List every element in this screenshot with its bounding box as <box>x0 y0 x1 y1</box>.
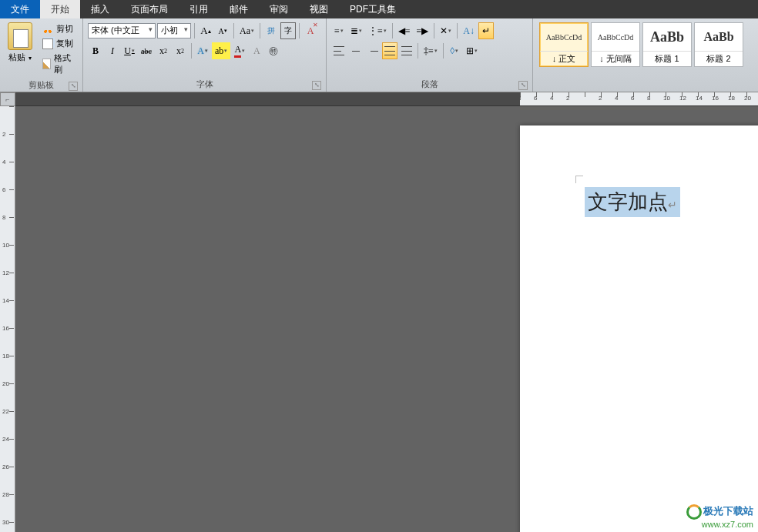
shrink-font-button[interactable]: A▾ <box>215 22 230 39</box>
font-color-button[interactable]: A▾ <box>232 42 247 59</box>
italic-button[interactable]: I <box>105 42 120 59</box>
style-card-0[interactable]: AaBbCcDd↓ 正文 <box>539 22 589 67</box>
char-shading-button[interactable]: A <box>249 42 264 59</box>
menu-mail[interactable]: 邮件 <box>219 0 259 18</box>
enclosed-char-button[interactable]: ㊕ <box>266 42 281 59</box>
group-font: 宋体 (中文正 小初 A▴ A▾ Aa▾ 拼 字 A✕ B I U▾ <box>83 18 327 92</box>
cut-button[interactable]: 剪切 <box>40 22 76 35</box>
margin-corner-icon <box>575 176 583 183</box>
clear-format-button[interactable]: A✕ <box>303 22 318 39</box>
group-styles: AaBbCcDd↓ 正文AaBbCcDd↓ 无间隔AaBb标题 1AaBb标题 … <box>533 18 758 92</box>
group-clipboard: 粘贴 ▾ 剪切 复制 格式刷 剪贴板⤡ <box>0 18 83 92</box>
style-label: 标题 1 <box>643 51 691 66</box>
paragraph-launcher[interactable]: ⤡ <box>518 81 528 90</box>
workspace: 24681012141618202224262830 文字加点↵ <box>0 106 758 532</box>
borders-button[interactable]: ⊞▾ <box>464 42 480 59</box>
menubar: 文件 开始 插入 页面布局 引用 邮件 审阅 视图 PDF工具集 <box>0 0 758 18</box>
group-font-label: 字体⤡ <box>86 77 323 92</box>
numbering-button[interactable]: ≣▾ <box>348 22 364 39</box>
highlight-button[interactable]: ab▾ <box>212 42 230 59</box>
align-right-button[interactable] <box>365 42 381 59</box>
text-effects-button[interactable]: A▾ <box>195 42 210 59</box>
copy-icon <box>42 38 53 49</box>
menu-file[interactable]: 文件 <box>0 0 40 18</box>
subscript-button[interactable]: x2 <box>156 42 171 59</box>
font-launcher[interactable]: ⤡ <box>312 81 321 90</box>
menu-references[interactable]: 引用 <box>179 0 219 18</box>
indent-decrease-button[interactable]: ◀≡ <box>396 22 413 39</box>
paste-label[interactable]: 粘贴 ▾ <box>8 52 31 63</box>
menu-pdf[interactable]: PDF工具集 <box>339 0 407 18</box>
page[interactable]: 文字加点↵ <box>520 125 758 532</box>
ruler-vertical[interactable]: 24681012141618202224262830 <box>0 106 15 532</box>
menu-view[interactable]: 视图 <box>299 0 339 18</box>
pinyin-guide-button[interactable]: 拼 <box>263 22 279 39</box>
group-paragraph-label: 段落⤡ <box>330 77 529 92</box>
style-label: ↓ 正文 <box>540 51 588 66</box>
style-card-1[interactable]: AaBbCcDd↓ 无间隔 <box>591 22 640 67</box>
strike-button[interactable]: abc <box>139 42 154 59</box>
style-label: ↓ 无间隔 <box>592 51 639 66</box>
char-border-button[interactable]: 字 <box>280 22 296 39</box>
sort-button[interactable]: A↓ <box>461 22 477 39</box>
brush-icon <box>42 59 51 69</box>
change-case-button[interactable]: Aa▾ <box>237 22 257 39</box>
style-card-2[interactable]: AaBb标题 1 <box>642 22 692 67</box>
style-preview: AaBb <box>695 23 743 51</box>
return-glyph-icon: ↵ <box>668 199 677 211</box>
align-distribute-button[interactable] <box>399 42 414 59</box>
grow-font-button[interactable]: A▴ <box>198 22 213 39</box>
menu-layout[interactable]: 页面布局 <box>120 0 179 18</box>
document-area[interactable]: 文字加点↵ <box>15 106 758 532</box>
format-painter-button[interactable]: 格式刷 <box>40 52 76 76</box>
style-preview: AaBbCcDd <box>592 23 639 51</box>
bullets-button[interactable]: ≡▾ <box>331 22 347 39</box>
group-paragraph: ≡▾ ≣▾ ⋮≡▾ ◀≡ ≡▶ ✕▾ A↓ ↵ <box>327 18 533 92</box>
font-size-combo[interactable]: 小初 <box>157 23 191 38</box>
multilevel-button[interactable]: ⋮≡▾ <box>366 22 389 39</box>
watermark: 极光下载站 www.xz7.com <box>686 504 753 529</box>
ruler-horizontal[interactable]: 86422468101214161820 <box>520 92 758 105</box>
superscript-button[interactable]: x2 <box>173 42 188 59</box>
menu-insert[interactable]: 插入 <box>80 0 120 18</box>
style-preview: AaBbCcDd <box>540 23 588 51</box>
style-card-3[interactable]: AaBb标题 2 <box>694 22 743 67</box>
ribbon: 粘贴 ▾ 剪切 复制 格式刷 剪贴板⤡ 宋体 (中文正 小初 A▴ A▾ Aa▾ <box>0 18 758 92</box>
menu-home[interactable]: 开始 <box>40 0 80 18</box>
text-direction-button[interactable]: ✕▾ <box>438 22 454 39</box>
selected-text[interactable]: 文字加点↵ <box>585 187 680 217</box>
group-clipboard-label: 剪贴板⤡ <box>3 78 79 92</box>
clipboard-launcher[interactable]: ⤡ <box>69 82 78 91</box>
line-spacing-button[interactable]: ‡≡▾ <box>421 42 440 59</box>
ruler-row: ⌐ 86422468101214161820 <box>0 92 758 106</box>
align-left-button[interactable] <box>331 42 347 59</box>
style-label: 标题 2 <box>695 51 743 66</box>
bold-button[interactable]: B <box>88 42 103 59</box>
ruler-corner[interactable]: ⌐ <box>0 92 15 106</box>
align-justify-button[interactable] <box>382 42 397 59</box>
underline-button[interactable]: U▾ <box>122 42 137 59</box>
indent-increase-button[interactable]: ≡▶ <box>414 22 431 39</box>
shading-button[interactable]: ◊▾ <box>447 42 462 59</box>
watermark-logo-icon <box>686 504 702 520</box>
menu-review[interactable]: 审阅 <box>259 0 299 18</box>
align-center-button[interactable] <box>348 42 364 59</box>
paste-icon[interactable] <box>8 22 32 50</box>
scissors-icon <box>42 24 53 35</box>
style-preview: AaBb <box>643 23 691 51</box>
copy-button[interactable]: 复制 <box>40 37 76 50</box>
font-name-combo[interactable]: 宋体 (中文正 <box>88 23 156 38</box>
show-marks-button[interactable]: ↵ <box>478 22 494 39</box>
